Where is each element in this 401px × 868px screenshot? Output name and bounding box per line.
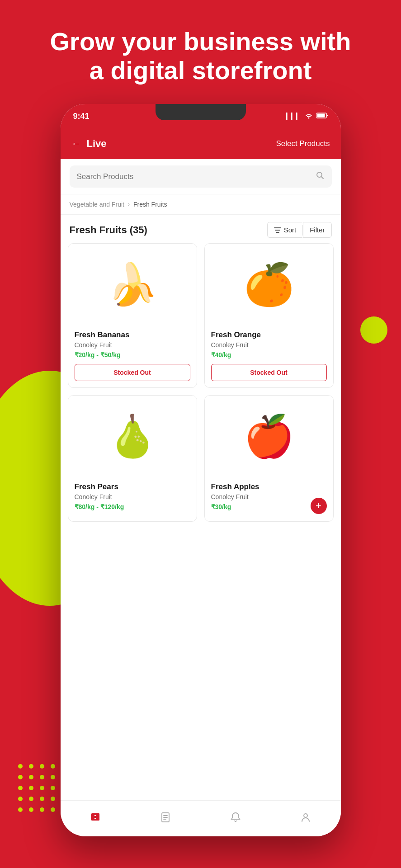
home-icon — [90, 811, 101, 826]
svg-rect-9 — [91, 819, 99, 821]
search-input[interactable] — [77, 172, 311, 181]
product-brand-orange: Conoley Fruit — [211, 341, 327, 349]
product-card-apples: 🍎 Fresh Apples Conoley Fruit ₹30/kg + — [204, 395, 334, 522]
breadcrumb: Vegetable and Fruit › Fresh Fruits — [61, 194, 341, 215]
product-card-bananas: 🍌 Fresh Bananas Conoley Fruit ₹20/kg - ₹… — [68, 243, 197, 388]
nav-orders[interactable] — [160, 811, 171, 826]
product-price-apples: ₹30/kg — [211, 503, 327, 510]
status-time: 9:41 — [73, 112, 90, 121]
product-name-apples: Fresh Apples — [211, 482, 327, 491]
sort-button[interactable]: Sort — [267, 222, 303, 238]
phone-notch — [156, 104, 246, 120]
header-title: Live — [87, 138, 107, 150]
pears-image: 🍐 — [107, 416, 158, 457]
signal-icon: ▎▎▎ — [286, 113, 301, 120]
nav-home[interactable] — [90, 811, 101, 826]
product-brand-pears: Conoley Fruit — [75, 493, 190, 500]
breadcrumb-parent: Vegetable and Fruit — [70, 201, 124, 208]
svg-rect-8 — [91, 816, 99, 818]
battery-icon — [316, 113, 328, 120]
back-button[interactable]: ← — [71, 138, 81, 150]
search-container — [61, 159, 341, 194]
app-header: ← Live Select Products — [61, 128, 341, 159]
svg-rect-7 — [91, 813, 99, 815]
page-headline: Grow your business with a digital storef… — [0, 0, 401, 99]
svg-point-11 — [304, 814, 307, 817]
product-price-pears: ₹80/kg - ₹120/kg — [75, 503, 190, 510]
breadcrumb-separator: › — [128, 201, 130, 208]
select-products-button[interactable]: Select Products — [276, 139, 330, 148]
product-card-orange: 🍊 Fresh Orange Conoley Fruit ₹40/kg Stoc… — [204, 243, 334, 388]
banana-image: 🍌 — [107, 264, 158, 305]
status-icons: ▎▎▎ — [286, 113, 328, 120]
product-card-pears: 🍐 Fresh Pears Conoley Fruit ₹80/kg - ₹12… — [68, 395, 197, 522]
product-price-bananas: ₹20/kg - ₹50/kg — [75, 351, 190, 359]
product-name-pears: Fresh Pears — [75, 482, 190, 491]
nav-profile[interactable] — [300, 811, 311, 826]
search-icon — [316, 171, 325, 182]
filter-button[interactable]: Filter — [303, 222, 331, 238]
orange-image: 🍊 — [244, 264, 294, 305]
wifi-icon — [305, 113, 313, 120]
apples-image: 🍎 — [244, 416, 294, 457]
bottom-navigation — [61, 800, 341, 836]
product-image-pears: 🍐 — [68, 396, 197, 477]
sort-filter-controls: Sort Filter — [267, 222, 332, 238]
product-brand-apples: Conoley Fruit — [211, 493, 327, 500]
stocked-out-button-orange[interactable]: Stocked Out — [211, 364, 327, 381]
product-info-pears: Fresh Pears Conoley Fruit ₹80/kg - ₹120/… — [68, 477, 197, 521]
product-info-orange: Fresh Orange Conoley Fruit ₹40/kg Stocke… — [205, 325, 333, 387]
nav-notifications[interactable] — [230, 811, 241, 826]
product-price-orange: ₹40/kg — [211, 351, 327, 359]
yellow-blob-right — [360, 316, 387, 344]
product-brand-bananas: Conoley Fruit — [75, 341, 190, 349]
orders-icon — [160, 811, 171, 826]
breadcrumb-current: Fresh Fruits — [133, 201, 167, 208]
phone-mockup: 9:41 ▎▎▎ — [61, 104, 341, 836]
profile-icon — [300, 811, 311, 826]
product-image-bananas: 🍌 — [68, 244, 197, 325]
category-header: Fresh Fruits (35) Sort Filter — [61, 215, 341, 243]
product-image-orange: 🍊 — [205, 244, 333, 325]
svg-rect-1 — [317, 114, 325, 118]
product-image-apples: 🍎 — [205, 396, 333, 477]
category-title: Fresh Fruits (35) — [70, 224, 147, 236]
content-area: Vegetable and Fruit › Fresh Fruits Fresh… — [61, 194, 341, 800]
product-name-bananas: Fresh Bananas — [75, 330, 190, 340]
products-grid: 🍌 Fresh Bananas Conoley Fruit ₹20/kg - ₹… — [61, 243, 341, 529]
bell-icon — [230, 811, 241, 826]
search-bar[interactable] — [70, 165, 332, 188]
product-name-orange: Fresh Orange — [211, 330, 327, 340]
product-info-bananas: Fresh Bananas Conoley Fruit ₹20/kg - ₹50… — [68, 325, 197, 387]
stocked-out-button-bananas[interactable]: Stocked Out — [75, 364, 190, 381]
add-apples-button[interactable]: + — [311, 498, 327, 514]
